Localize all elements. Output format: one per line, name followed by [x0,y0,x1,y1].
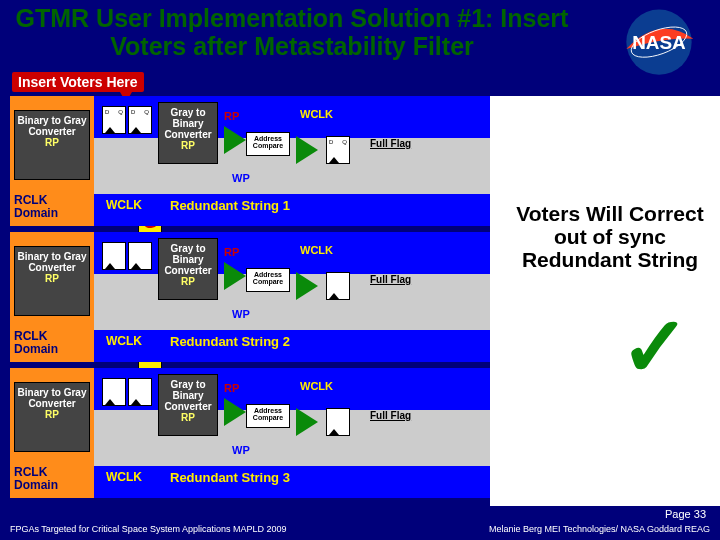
dff-icon [326,408,350,436]
redundant-string-2: Binary to Gray ConverterRP Gray to Binar… [10,232,490,362]
footer-right: Melanie Berg MEI Technologies/ NASA Godd… [489,524,710,534]
nasa-logo: NASA [616,6,702,78]
redundant-string-3: Binary to Gray ConverterRP Gray to Binar… [10,368,490,498]
rclk-domain-label: RCLKDomain [14,194,58,219]
rp-label: RP [224,110,239,122]
wp-label: WP [232,172,250,184]
svg-text:NASA: NASA [632,32,686,53]
checkmark-icon: ✓ [620,298,690,396]
wclk-label-band [94,194,490,226]
full-flag-label: Full Flag [370,138,411,149]
dff-icon: DQ [326,136,350,164]
comparator-icon [296,408,318,436]
comparator-icon [224,398,246,426]
dff-icon [128,242,152,270]
comparator-icon [296,272,318,300]
redundant-string-label: Redundant String 1 [170,198,290,213]
wclk-top-label: WCLK [300,108,333,120]
slide-title: GTMR User Implementation Solution #1: In… [12,4,572,60]
dff-icon: DQ [128,106,152,134]
block-diagram: Binary to Gray ConverterRP DQ DQ Gray to… [10,96,490,506]
comparator-icon [224,126,246,154]
dff-icon [326,272,350,300]
wclk-mid-band [94,138,490,194]
gray-to-binary-block: Gray to Binary ConverterRP [158,102,218,164]
comparator-icon [296,136,318,164]
dff-icon: DQ [102,106,126,134]
insert-voters-callout: Insert Voters Here [12,72,144,92]
wclk-label: WCLK [106,198,142,212]
wclk-top-band [94,96,490,138]
binary-to-gray-block: Binary to Gray ConverterRP [14,110,90,180]
dff-icon [102,378,126,406]
redundant-string-1: Binary to Gray ConverterRP DQ DQ Gray to… [10,96,490,226]
side-note-text: Voters Will Correct out of sync Redundan… [510,202,710,271]
page-number: Page 33 [665,508,706,520]
comparator-icon [224,262,246,290]
address-compare-block: Address Compare [246,132,290,156]
footer-left: FPGAs Targeted for Critical Space System… [10,524,286,534]
dff-icon [128,378,152,406]
dff-icon [102,242,126,270]
